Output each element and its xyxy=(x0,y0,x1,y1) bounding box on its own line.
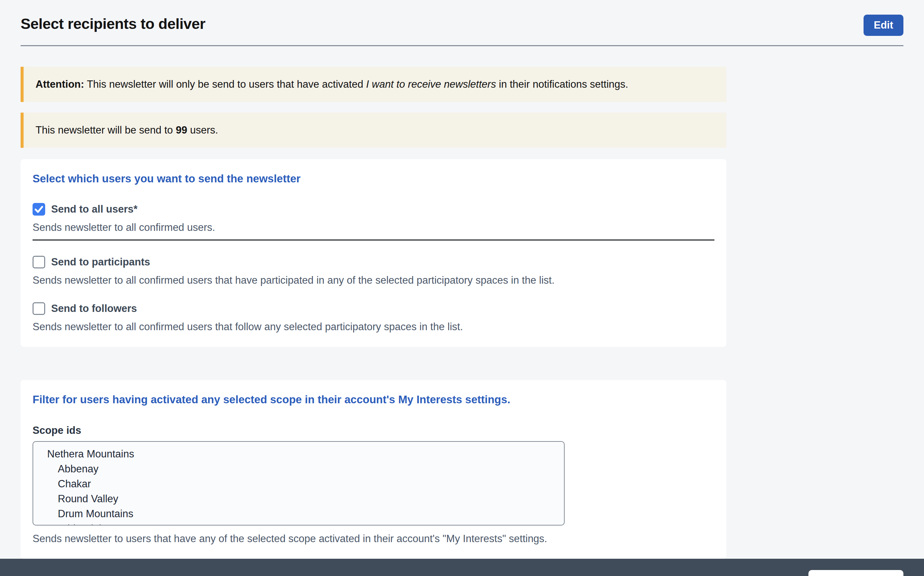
scope-option-nethera-mountains[interactable]: Nethera Mountains xyxy=(33,446,564,461)
send-to-all-users-label[interactable]: Send to all users* xyxy=(51,203,137,215)
check-icon xyxy=(34,204,44,214)
send-to-participants-checkbox[interactable] xyxy=(32,256,45,269)
main-content: Select recipients to deliver Edit Attent… xyxy=(0,0,924,559)
attention-italic-text: I want to receive newsletters xyxy=(366,78,496,90)
send-to-followers-checkbox[interactable] xyxy=(32,302,45,315)
attention-label: Attention: xyxy=(35,78,84,90)
attention-text-end: in their notifications settings. xyxy=(496,78,628,90)
send-to-all-users-checkbox[interactable] xyxy=(32,203,45,216)
recipient-count-callout: This newsletter will be send to 99 users… xyxy=(21,113,726,148)
scope-ids-help: Sends newsletter to users that have any … xyxy=(32,532,715,546)
scope-filter-heading: Filter for users having activated any se… xyxy=(32,393,715,406)
scope-option-round-valley[interactable]: Round Valley xyxy=(33,491,564,506)
send-to-followers-label[interactable]: Send to followers xyxy=(51,302,137,315)
option-send-to-participants[interactable]: Send to participants xyxy=(32,256,715,269)
header-divider xyxy=(21,45,903,46)
send-to-participants-help: Sends newsletter to all confirmed users … xyxy=(32,274,715,287)
send-to-all-users-help: Sends newsletter to all confirmed users. xyxy=(32,221,715,240)
page-title: Select recipients to deliver xyxy=(21,15,903,32)
scope-ids-listbox[interactable]: Nethera Mountains Abbenay Chakar Round V… xyxy=(32,441,564,525)
scope-option-wide-plain[interactable]: Wide Plain xyxy=(33,521,564,525)
count-text-end: users. xyxy=(187,124,218,136)
scope-option-chakar[interactable]: Chakar xyxy=(33,476,564,491)
action-footer: Deliver newsletter xyxy=(0,559,924,576)
scope-option-abbenay[interactable]: Abbenay xyxy=(33,461,564,476)
count-text: This newsletter will be send to xyxy=(35,124,176,136)
recipients-heading: Select which users you want to send the … xyxy=(32,172,715,186)
scope-filter-card: Filter for users having activated any se… xyxy=(21,380,726,559)
edit-button[interactable]: Edit xyxy=(863,14,903,36)
send-to-followers-help: Sends newsletter to all confirmed users … xyxy=(32,320,715,333)
recipients-card: Select which users you want to send the … xyxy=(21,159,726,347)
option-send-to-followers[interactable]: Send to followers xyxy=(32,302,715,315)
page-header: Select recipients to deliver Edit xyxy=(21,0,903,32)
attention-callout: Attention: This newsletter will only be … xyxy=(21,67,726,102)
send-to-participants-label[interactable]: Send to participants xyxy=(51,256,150,268)
count-number: 99 xyxy=(176,124,187,136)
deliver-newsletter-button[interactable]: Deliver newsletter xyxy=(809,570,903,576)
attention-text: This newsletter will only be send to use… xyxy=(84,78,366,90)
option-send-to-all-users[interactable]: Send to all users* xyxy=(32,203,715,216)
scope-ids-label: Scope ids xyxy=(32,424,715,437)
scope-option-drum-mountains[interactable]: Drum Mountains xyxy=(33,506,564,521)
